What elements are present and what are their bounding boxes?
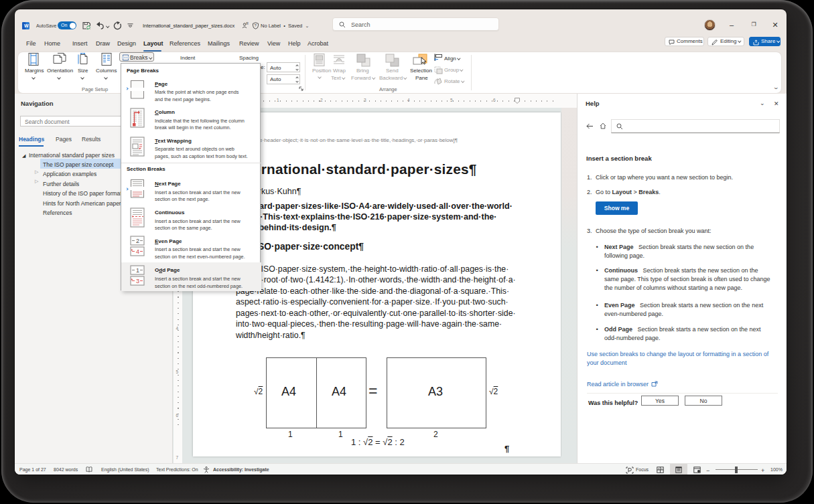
svg-text:R: R: [246, 22, 249, 25]
svg-text:3: 3: [136, 278, 139, 284]
svg-text:W: W: [24, 23, 29, 28]
svg-text:?: ?: [255, 23, 257, 27]
svg-text:2: 2: [136, 238, 139, 244]
svg-text:4: 4: [136, 248, 139, 255]
svg-text:1: 1: [136, 267, 139, 274]
